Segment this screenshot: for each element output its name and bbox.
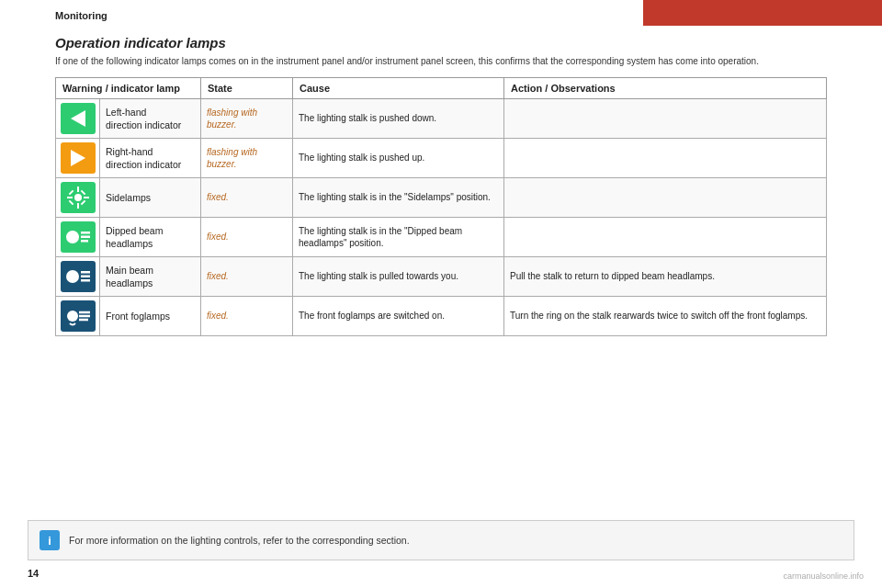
- svg-rect-15: [81, 276, 90, 278]
- svg-point-8: [74, 194, 82, 201]
- svg-rect-2: [67, 197, 73, 198]
- state-text: fixed.: [207, 192, 229, 202]
- watermark: carmanualsonline.info: [783, 571, 864, 581]
- lamp-name-cell: Sidelamps: [100, 178, 201, 218]
- svg-rect-11: [81, 236, 90, 239]
- page-number: 14: [28, 568, 39, 579]
- state-text: fixed.: [207, 311, 229, 321]
- info-box: i For more information on the lighting c…: [28, 520, 854, 560]
- indicator-table: Warning / indicator lamp State Cause Act…: [55, 77, 827, 336]
- svg-point-9: [66, 231, 79, 243]
- info-text: For more information on the lighting con…: [69, 535, 410, 546]
- cause-cell: The lighting stalk is pushed up.: [293, 139, 504, 178]
- header: Monitoring: [0, 0, 882, 26]
- icon-cell: [56, 99, 100, 139]
- svg-rect-10: [81, 232, 90, 234]
- svg-rect-3: [84, 197, 89, 198]
- lamp-name-cell: Main beamheadlamps: [100, 257, 201, 297]
- state-text: flashing with buzzer.: [207, 147, 257, 170]
- icon-cell: [56, 178, 100, 218]
- table-row: Right-handdirection indicator flashing w…: [56, 139, 827, 178]
- svg-point-17: [67, 311, 78, 322]
- header-stripe: [643, 0, 882, 26]
- cause-cell: The lighting stalk is in the "Sidelamps"…: [293, 178, 504, 218]
- lamp-name-cell: Dipped beamheadlamps: [100, 218, 201, 257]
- icon-cell: [56, 139, 100, 178]
- col-header-state: State: [201, 78, 293, 99]
- state-cell: flashing with buzzer.: [201, 99, 293, 139]
- section-subtitle: If one of the following indicator lamps …: [55, 55, 827, 68]
- lamp-name-cell: Right-handdirection indicator: [100, 139, 201, 178]
- svg-rect-6: [68, 200, 74, 206]
- icon-cell: [56, 297, 100, 336]
- action-cell: [504, 99, 827, 139]
- svg-rect-12: [81, 240, 88, 243]
- svg-rect-1: [77, 203, 79, 209]
- table-row: Left-handdirection indicator flashing wi…: [56, 99, 827, 139]
- col-header-cause: Cause: [293, 78, 504, 99]
- state-cell: fixed.: [201, 257, 293, 297]
- lamp-name-cell: Left-handdirection indicator: [100, 99, 201, 139]
- state-cell: fixed.: [201, 218, 293, 257]
- cause-cell: The lighting stalk is pulled towards you…: [293, 257, 504, 297]
- main-content: Operation indicator lamps If one of the …: [55, 26, 827, 336]
- table-row: Front foglamps fixed. The front foglamps…: [56, 297, 827, 336]
- section-title: Operation indicator lamps: [55, 35, 827, 51]
- action-cell: [504, 178, 827, 218]
- icon-cell: [56, 218, 100, 257]
- info-icon: i: [40, 530, 60, 550]
- col-header-action: Action / Observations: [504, 78, 827, 99]
- cause-cell: The lighting stalk is in the "Dipped bea…: [293, 218, 504, 257]
- state-cell: fixed.: [201, 297, 293, 336]
- col-header-lamp: Warning / indicator lamp: [56, 78, 201, 99]
- table-row: Sidelamps fixed. The lighting stalk is i…: [56, 178, 827, 218]
- svg-rect-16: [81, 279, 90, 282]
- table-row: Dipped beamheadlamps fixed. The lighting…: [56, 218, 827, 257]
- state-text: fixed.: [207, 271, 229, 281]
- svg-rect-14: [81, 271, 90, 274]
- table-row: Main beamheadlamps fixed. The lighting s…: [56, 257, 827, 297]
- action-cell: Pull the stalk to return to dipped beam …: [504, 257, 827, 297]
- icon-cell: [56, 257, 100, 297]
- header-title: Monitoring: [0, 5, 107, 21]
- state-cell: flashing with buzzer.: [201, 139, 293, 178]
- state-text: flashing with buzzer.: [207, 107, 257, 130]
- lamp-name-cell: Front foglamps: [100, 297, 201, 336]
- svg-rect-0: [77, 187, 79, 192]
- svg-rect-4: [68, 190, 74, 196]
- action-cell: [504, 218, 827, 257]
- svg-rect-7: [80, 200, 85, 206]
- svg-point-13: [66, 270, 79, 283]
- state-text: fixed.: [207, 232, 229, 242]
- action-cell: Turn the ring on the stalk rearwards twi…: [504, 297, 827, 336]
- cause-cell: The lighting stalk is pushed down.: [293, 99, 504, 139]
- state-cell: fixed.: [201, 178, 293, 218]
- action-cell: [504, 139, 827, 178]
- svg-rect-5: [80, 190, 85, 196]
- cause-cell: The front foglamps are switched on.: [293, 297, 504, 336]
